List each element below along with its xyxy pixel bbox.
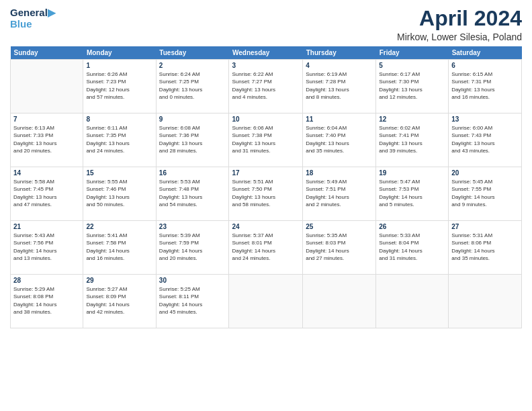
day-number: 24 [232,223,300,230]
day-cell: 27Sunrise: 5:31 AM Sunset: 8:06 PM Dayli… [449,221,522,275]
day-number: 28 [13,277,80,284]
day-info: Sunrise: 5:33 AM Sunset: 8:04 PM Dayligh… [379,232,445,262]
week-row-2: 7Sunrise: 6:13 AM Sunset: 7:33 PM Daylig… [11,113,522,167]
logo-line1: General▶ [10,7,56,18]
day-cell: 21Sunrise: 5:43 AM Sunset: 7:56 PM Dayli… [11,221,83,275]
day-cell: 13Sunrise: 6:00 AM Sunset: 7:43 PM Dayli… [449,113,522,167]
day-cell [229,275,303,328]
day-number: 7 [13,116,80,123]
day-number: 27 [451,223,519,230]
day-info: Sunrise: 5:35 AM Sunset: 8:03 PM Dayligh… [306,232,373,262]
day-cell: 16Sunrise: 5:53 AM Sunset: 7:48 PM Dayli… [156,167,229,221]
day-cell: 14Sunrise: 5:58 AM Sunset: 7:45 PM Dayli… [11,167,83,221]
day-cell: 2Sunrise: 6:24 AM Sunset: 7:25 PM Daylig… [156,60,229,113]
day-info: Sunrise: 5:45 AM Sunset: 7:55 PM Dayligh… [451,178,519,208]
day-cell: 19Sunrise: 5:47 AM Sunset: 7:53 PM Dayli… [376,167,449,221]
day-number: 9 [159,116,226,123]
day-cell: 18Sunrise: 5:49 AM Sunset: 7:51 PM Dayli… [303,167,376,221]
day-cell: 7Sunrise: 6:13 AM Sunset: 7:33 PM Daylig… [11,113,83,167]
day-number: 12 [379,116,445,123]
week-row-4: 21Sunrise: 5:43 AM Sunset: 7:56 PM Dayli… [11,221,522,275]
day-number: 23 [159,223,226,230]
day-info: Sunrise: 5:49 AM Sunset: 7:51 PM Dayligh… [306,178,373,208]
week-row-3: 14Sunrise: 5:58 AM Sunset: 7:45 PM Dayli… [11,167,522,221]
day-info: Sunrise: 6:06 AM Sunset: 7:38 PM Dayligh… [232,124,300,154]
day-info: Sunrise: 5:43 AM Sunset: 7:56 PM Dayligh… [13,232,80,262]
day-number: 8 [86,116,152,123]
title-section: April 2024 Mirkow, Lower Silesia, Poland [397,7,522,42]
day-number: 19 [379,169,445,177]
header-wednesday: Wednesday [229,46,303,60]
day-number: 5 [379,62,445,69]
day-cell: 29Sunrise: 5:27 AM Sunset: 8:09 PM Dayli… [83,275,156,328]
day-cell: 22Sunrise: 5:41 AM Sunset: 7:58 PM Dayli… [83,221,156,275]
day-number: 22 [86,223,152,230]
day-info: Sunrise: 5:29 AM Sunset: 8:08 PM Dayligh… [13,285,80,316]
location: Mirkow, Lower Silesia, Poland [397,32,522,42]
header-friday: Friday [376,46,449,60]
day-cell: 10Sunrise: 6:06 AM Sunset: 7:38 PM Dayli… [229,113,303,167]
calendar-header-row: Sunday Monday Tuesday Wednesday Thursday… [11,46,522,60]
day-number: 26 [379,223,445,230]
day-info: Sunrise: 5:41 AM Sunset: 7:58 PM Dayligh… [86,232,152,262]
header-saturday: Saturday [449,46,522,60]
day-number: 30 [159,277,226,284]
day-number: 21 [13,223,80,230]
day-number: 11 [306,116,373,123]
day-number: 10 [232,116,300,123]
day-cell: 12Sunrise: 6:02 AM Sunset: 7:41 PM Dayli… [376,113,449,167]
day-info: Sunrise: 5:51 AM Sunset: 7:50 PM Dayligh… [232,178,300,208]
day-cell [303,275,376,328]
month-title: April 2024 [397,7,522,30]
day-cell [376,275,449,328]
day-cell: 8Sunrise: 6:11 AM Sunset: 7:35 PM Daylig… [83,113,156,167]
day-info: Sunrise: 6:15 AM Sunset: 7:31 PM Dayligh… [451,71,519,101]
day-cell: 5Sunrise: 6:17 AM Sunset: 7:30 PM Daylig… [376,60,449,113]
day-number: 20 [451,169,519,177]
day-cell: 15Sunrise: 5:55 AM Sunset: 7:46 PM Dayli… [83,167,156,221]
day-cell: 3Sunrise: 6:22 AM Sunset: 7:27 PM Daylig… [229,60,303,113]
day-info: Sunrise: 5:37 AM Sunset: 8:01 PM Dayligh… [232,232,300,262]
day-cell [449,275,522,328]
day-number: 17 [232,169,300,177]
day-cell: 17Sunrise: 5:51 AM Sunset: 7:50 PM Dayli… [229,167,303,221]
day-number: 3 [232,62,300,69]
day-info: Sunrise: 5:31 AM Sunset: 8:06 PM Dayligh… [451,232,519,262]
day-info: Sunrise: 6:19 AM Sunset: 7:28 PM Dayligh… [306,71,373,101]
day-info: Sunrise: 6:22 AM Sunset: 7:27 PM Dayligh… [232,71,300,101]
day-cell: 26Sunrise: 5:33 AM Sunset: 8:04 PM Dayli… [376,221,449,275]
day-number: 18 [306,169,373,177]
day-cell: 1Sunrise: 6:26 AM Sunset: 7:23 PM Daylig… [83,60,156,113]
day-cell: 30Sunrise: 5:25 AM Sunset: 8:11 PM Dayli… [156,275,229,328]
calendar-body: 1Sunrise: 6:26 AM Sunset: 7:23 PM Daylig… [11,60,522,328]
day-number: 2 [159,62,226,69]
week-row-5: 28Sunrise: 5:29 AM Sunset: 8:08 PM Dayli… [11,275,522,328]
day-info: Sunrise: 5:55 AM Sunset: 7:46 PM Dayligh… [86,178,152,208]
day-info: Sunrise: 5:58 AM Sunset: 7:45 PM Dayligh… [13,178,80,208]
day-number: 25 [306,223,373,230]
day-cell: 23Sunrise: 5:39 AM Sunset: 7:59 PM Dayli… [156,221,229,275]
day-number: 1 [86,62,152,69]
header-tuesday: Tuesday [156,46,229,60]
day-cell: 11Sunrise: 6:04 AM Sunset: 7:40 PM Dayli… [303,113,376,167]
day-info: Sunrise: 6:11 AM Sunset: 7:35 PM Dayligh… [86,124,152,154]
day-info: Sunrise: 5:53 AM Sunset: 7:48 PM Dayligh… [159,178,226,208]
calendar-table: Sunday Monday Tuesday Wednesday Thursday… [10,46,522,328]
day-cell [11,60,83,113]
day-number: 14 [13,169,80,177]
day-info: Sunrise: 5:25 AM Sunset: 8:11 PM Dayligh… [159,285,226,316]
day-info: Sunrise: 5:47 AM Sunset: 7:53 PM Dayligh… [379,178,445,208]
day-number: 15 [86,169,152,177]
day-cell: 28Sunrise: 5:29 AM Sunset: 8:08 PM Dayli… [11,275,83,328]
day-info: Sunrise: 6:26 AM Sunset: 7:23 PM Dayligh… [86,71,152,101]
day-cell: 9Sunrise: 6:08 AM Sunset: 7:36 PM Daylig… [156,113,229,167]
logo-line2: Blue [10,18,56,30]
header-thursday: Thursday [303,46,376,60]
week-row-1: 1Sunrise: 6:26 AM Sunset: 7:23 PM Daylig… [11,60,522,113]
day-info: Sunrise: 6:00 AM Sunset: 7:43 PM Dayligh… [451,124,519,154]
calendar-page: General▶ Blue April 2024 Mirkow, Lower S… [0,0,532,411]
day-info: Sunrise: 5:39 AM Sunset: 7:59 PM Dayligh… [159,232,226,262]
day-number: 4 [306,62,373,69]
header-sunday: Sunday [11,46,83,60]
day-info: Sunrise: 5:27 AM Sunset: 8:09 PM Dayligh… [86,285,152,316]
